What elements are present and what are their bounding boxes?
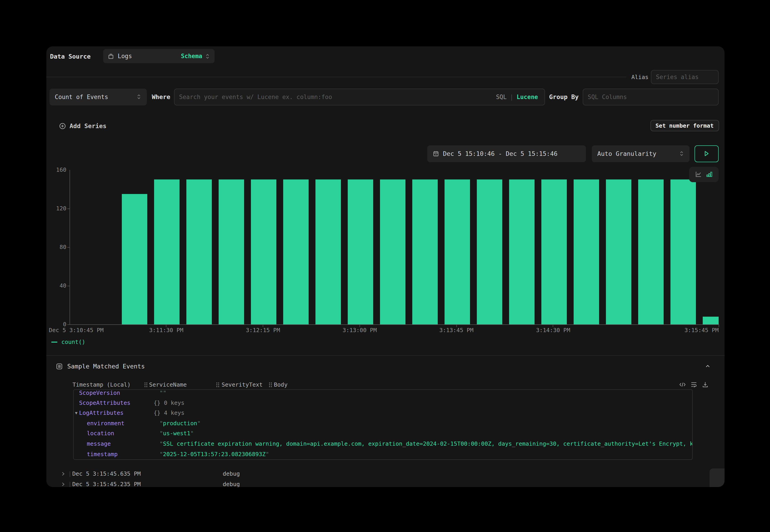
- drag-grip-icon[interactable]: [269, 382, 272, 387]
- x-tick-label: 3:11:30 PM: [149, 327, 183, 334]
- detail-row: timestamp "2025-12-05T13:57:23.082306893…: [74, 450, 692, 459]
- column-header-servicename[interactable]: ServiceName: [149, 381, 187, 388]
- chart-bar[interactable]: [315, 179, 341, 324]
- chart-bar[interactable]: [703, 317, 719, 324]
- detail-value: "production": [159, 419, 201, 428]
- y-tick-mark: [67, 209, 70, 209]
- run-query-button[interactable]: [694, 145, 719, 162]
- data-source-value: Logs: [118, 53, 132, 60]
- chevron-updown-icon: [205, 53, 210, 59]
- chevron-updown-icon: [679, 150, 684, 157]
- chart-bar[interactable]: [670, 179, 696, 324]
- legend-swatch: [51, 341, 57, 342]
- chevron-right-icon[interactable]: [60, 469, 66, 479]
- chart-bar[interactable]: [283, 179, 308, 324]
- event-row[interactable]: | Dec 5 3:15:45.635 PM debug: [46, 469, 725, 478]
- event-severity: debug: [223, 480, 240, 487]
- y-tick-label: 80: [46, 244, 66, 251]
- x-tick-label: 3:12:15 PM: [246, 327, 280, 334]
- column-header-severitytext[interactable]: SeverityText: [221, 381, 263, 388]
- play-icon: [703, 150, 710, 157]
- event-severity: debug: [223, 469, 240, 478]
- lucene-toggle[interactable]: Lucene: [517, 93, 538, 100]
- detail-value: "": [159, 389, 166, 397]
- detail-value: "SSL certificate expiration warning, dom…: [159, 439, 693, 448]
- header-divider: [46, 77, 626, 77]
- aggregation-select[interactable]: Count of Events: [49, 88, 147, 105]
- alias-input[interactable]: [651, 74, 718, 80]
- x-tick-label: 3:14:30 PM: [536, 327, 570, 334]
- y-tick-mark: [67, 324, 70, 325]
- chevron-updown-icon: [136, 94, 141, 100]
- chart-bar[interactable]: [509, 179, 534, 324]
- detail-row: ScopeAttributes {} 0 keys: [74, 398, 692, 407]
- granularity-select[interactable]: Auto Granularity: [592, 145, 690, 162]
- y-tick-label: 120: [46, 205, 66, 212]
- toggle-separator: |: [510, 93, 514, 100]
- detail-key: ScopeAttributes: [79, 398, 130, 407]
- chart-bar[interactable]: [347, 179, 373, 324]
- data-source-select[interactable]: Logs Schema: [103, 49, 214, 63]
- time-range-picker[interactable]: Dec 5 15:10:46 - Dec 5 15:15:46: [427, 145, 586, 162]
- chart-bar[interactable]: [444, 179, 470, 324]
- detail-key: message: [87, 439, 111, 448]
- chart-bar[interactable]: [218, 179, 244, 324]
- chart-bar[interactable]: [186, 179, 211, 324]
- set-number-format-button[interactable]: Set number format: [650, 120, 719, 131]
- chart-bar[interactable]: [122, 194, 147, 324]
- main-panel: Data Source Logs Schema Alias Count of E…: [46, 46, 725, 487]
- scrollbar-thumb[interactable]: [710, 468, 725, 487]
- detail-row[interactable]: ▼ LogAttributes {} 4 keys: [74, 408, 692, 418]
- chart-bar[interactable]: [251, 179, 276, 324]
- detail-row: environment "production": [74, 419, 692, 428]
- wrap-text-icon[interactable]: [690, 381, 697, 388]
- alias-input-box: [651, 70, 719, 84]
- chart-bar[interactable]: [606, 179, 631, 324]
- drag-grip-icon[interactable]: [216, 382, 219, 387]
- chart-bar[interactable]: [412, 179, 438, 324]
- group-by-input[interactable]: [583, 93, 718, 100]
- schema-toggle[interactable]: Schema: [181, 53, 202, 60]
- y-tick-label: 160: [46, 166, 66, 174]
- chart-bar[interactable]: [573, 179, 599, 324]
- detail-value: {} 0 keys: [154, 398, 184, 407]
- stage: Data Source Logs Schema Alias Count of E…: [0, 0, 770, 532]
- chart-bar[interactable]: [477, 179, 502, 324]
- sql-toggle[interactable]: SQL: [496, 93, 507, 100]
- y-tick-mark: [67, 247, 70, 248]
- detail-row: message "SSL certificate expiration warn…: [74, 439, 692, 448]
- group-by-input-box: [583, 88, 719, 105]
- collapse-chevron-icon[interactable]: [705, 363, 711, 369]
- chart-bar[interactable]: [638, 179, 663, 324]
- chart-bar[interactable]: [154, 179, 179, 324]
- chart-bars[interactable]: [70, 170, 719, 324]
- column-header-body[interactable]: Body: [274, 381, 287, 388]
- chevron-right-icon[interactable]: [60, 480, 66, 487]
- download-icon[interactable]: [702, 381, 709, 388]
- chart-bar[interactable]: [380, 179, 405, 324]
- granularity-value: Auto Granularity: [597, 150, 656, 157]
- event-detail-panel: ScopeVersion "" ScopeAttributes {} 0 key…: [73, 389, 693, 460]
- event-row[interactable]: | Dec 5 3:15:45.235 PM debug: [46, 480, 725, 487]
- detail-key: location: [87, 429, 114, 438]
- code-icon[interactable]: [679, 381, 686, 388]
- expand-arrow-icon[interactable]: ▼: [75, 408, 77, 418]
- detail-row: ScopeVersion "": [74, 389, 692, 397]
- event-timestamp: Dec 5 3:15:45.635 PM: [72, 469, 141, 478]
- legend-label: count(): [61, 338, 85, 345]
- detail-value: "2025-12-05T13:57:23.082306893Z": [159, 450, 269, 459]
- column-header-timestamp[interactable]: Timestamp (Local): [72, 381, 131, 388]
- x-tick-label: 3:13:45 PM: [439, 327, 474, 334]
- chart-type-toggle: [689, 167, 719, 182]
- chart-bar[interactable]: [541, 179, 567, 324]
- add-series-button[interactable]: Add Series: [59, 122, 107, 129]
- line-chart-icon[interactable]: [695, 171, 702, 178]
- x-tick-label: 3:15:45 PM: [684, 327, 719, 334]
- calendar-icon: [433, 150, 439, 157]
- alias-label: Alias: [631, 74, 648, 80]
- drag-grip-icon[interactable]: [144, 382, 147, 387]
- bar-chart-icon[interactable]: [706, 171, 713, 178]
- y-tick-mark: [67, 286, 70, 286]
- where-label: Where: [152, 93, 170, 100]
- search-input[interactable]: [174, 93, 496, 100]
